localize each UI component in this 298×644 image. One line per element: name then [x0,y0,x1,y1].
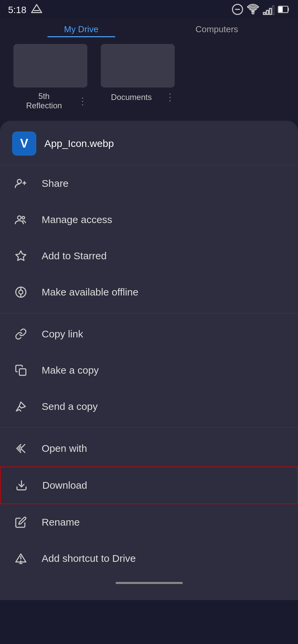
add-starred-label: Add to Starred [42,250,107,262]
file-name-label: Documents [101,93,162,102]
rename-menu-item[interactable]: Rename [0,504,298,540]
file-more-button[interactable]: ⋮ [165,92,175,103]
svg-rect-4 [266,10,268,14]
tab-my-drive[interactable]: My Drive [13,19,149,37]
home-bar [116,582,183,584]
svg-marker-14 [16,251,26,261]
svg-point-16 [19,290,23,294]
tab-computers[interactable]: Computers [149,19,285,37]
svg-rect-19 [19,369,26,376]
status-time: 5:18 [8,5,27,15]
people-icon [12,211,30,228]
shortcut-icon [12,550,30,567]
status-right [231,3,290,17]
person-add-icon [12,175,30,192]
sheet-header: V App_Icon.webp [0,121,298,165]
svg-point-12 [17,216,21,220]
manage-access-menu-item[interactable]: Manage access [0,202,298,238]
add-starred-menu-item[interactable]: Add to Starred [0,238,298,274]
drive-tabs: My Drive Computers [13,19,285,37]
svg-rect-3 [263,12,265,14]
shortcut-label: Add shortcut to Drive [42,553,136,564]
wifi-icon [247,3,259,17]
open-with-icon [12,440,30,457]
copy-icon [12,362,30,379]
send-icon [12,398,30,415]
do-not-disturb-icon [231,3,244,17]
file-thumbnail [13,44,87,88]
make-copy-menu-item[interactable]: Make a copy [0,352,298,388]
drive-background: My Drive Computers 5thReflection ⋮ Docum… [0,19,298,120]
offline-icon [12,283,30,301]
open-with-label: Open with [42,443,87,454]
battery-icon [278,3,290,17]
file-icon-letter: V [20,137,28,151]
download-menu-item[interactable]: Download [0,467,298,504]
sheet-file-name: App_Icon.webp [44,138,114,149]
signal-icon [262,3,274,17]
bottom-sheet: V App_Icon.webp Share Manage access [0,121,298,600]
svg-rect-8 [279,7,283,12]
offline-menu-item[interactable]: Make available offline [0,274,298,310]
send-copy-label: Send a copy [42,401,98,412]
svg-rect-6 [272,6,274,15]
home-indicator [0,577,298,587]
send-copy-menu-item[interactable]: Send a copy [0,388,298,425]
drive-file-item[interactable]: Documents ⋮ [101,44,175,110]
svg-rect-5 [269,8,271,14]
svg-point-9 [17,179,22,183]
manage-access-label: Manage access [42,214,112,225]
svg-point-13 [22,216,25,219]
share-menu-item[interactable]: Share [0,165,298,202]
share-label: Share [42,178,69,189]
shortcut-menu-item[interactable]: Add shortcut to Drive [0,540,298,577]
star-icon [12,247,30,265]
download-label: Download [42,480,87,491]
drive-file-item[interactable]: 5thReflection ⋮ [13,44,87,110]
file-more-button[interactable]: ⋮ [78,96,87,107]
drive-status-icon [31,3,43,17]
file-icon: V [12,131,36,156]
link-icon [12,325,30,343]
file-thumbnail [101,44,175,88]
divider-1 [0,313,298,313]
offline-label: Make available offline [42,286,138,298]
status-bar: 5:18 [0,0,298,19]
copy-link-menu-item[interactable]: Copy link [0,316,298,352]
rename-label: Rename [42,517,80,528]
drive-files: 5thReflection ⋮ Documents ⋮ [13,37,285,120]
divider-2 [0,427,298,428]
download-icon [13,477,30,494]
copy-link-label: Copy link [42,328,83,340]
status-left: 5:18 [8,3,43,17]
rename-icon [12,514,30,531]
open-with-menu-item[interactable]: Open with [0,430,298,467]
make-copy-label: Make a copy [42,365,99,376]
svg-point-2 [252,12,254,14]
file-name-label: 5thReflection [13,92,75,110]
